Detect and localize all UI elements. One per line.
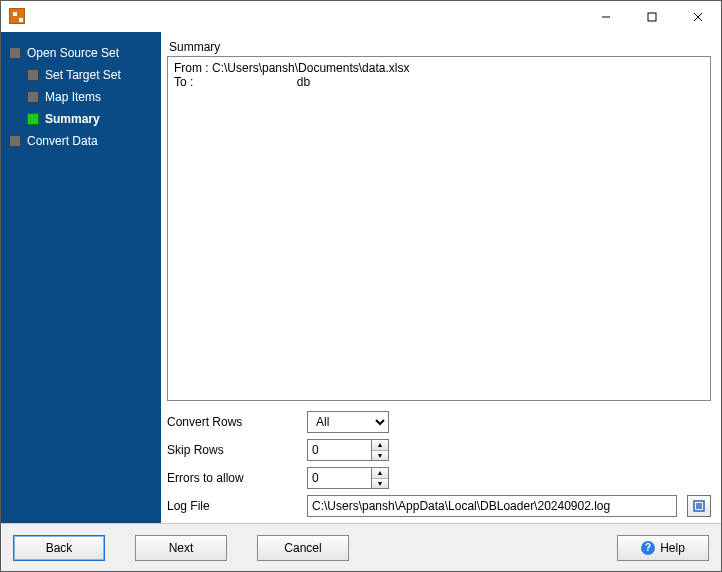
- wizard-sidebar: Open Source Set Set Target Set: [1, 32, 161, 523]
- minimize-icon: [601, 12, 611, 22]
- body: Open Source Set Set Target Set: [1, 32, 721, 523]
- application-window: Open Source Set Set Target Set: [0, 0, 722, 572]
- sidebar-item-label: Summary: [45, 112, 100, 126]
- skip-rows-input[interactable]: [307, 439, 371, 461]
- wizard-footer: Back Next Cancel ? Help: [1, 523, 721, 571]
- logfile-label: Log File: [167, 499, 297, 513]
- convert-rows-select[interactable]: All: [307, 411, 389, 433]
- options-form: Convert Rows All Skip Rows ▲ ▼: [167, 411, 711, 517]
- section-title: Summary: [169, 40, 709, 54]
- button-label: Back: [46, 541, 73, 555]
- step-bullet-icon: [27, 91, 39, 103]
- svg-rect-1: [648, 13, 656, 21]
- summary-textarea[interactable]: From : C:\Users\pansh\Documents\data.xls…: [167, 56, 711, 401]
- minimize-button[interactable]: [583, 1, 629, 32]
- button-label: Help: [660, 541, 685, 555]
- back-button[interactable]: Back: [13, 535, 105, 561]
- close-icon: [693, 12, 703, 22]
- sidebar-item-summary[interactable]: Summary: [27, 108, 157, 130]
- app-icon: [9, 8, 25, 24]
- button-label: Next: [169, 541, 194, 555]
- spin-down-icon[interactable]: ▼: [372, 451, 388, 461]
- spin-up-icon[interactable]: ▲: [372, 468, 388, 479]
- errors-spinner[interactable]: ▲ ▼: [307, 467, 389, 489]
- browse-icon: [692, 499, 706, 513]
- step-bullet-icon: [9, 135, 21, 147]
- errors-input[interactable]: [307, 467, 371, 489]
- step-bullet-icon: [9, 47, 21, 59]
- main-panel: Summary From : C:\Users\pansh\Documents\…: [161, 32, 721, 523]
- step-bullet-icon: [27, 69, 39, 81]
- spin-down-icon[interactable]: ▼: [372, 479, 388, 489]
- spin-up-icon[interactable]: ▲: [372, 440, 388, 451]
- errors-label: Errors to allow: [167, 471, 297, 485]
- titlebar: [1, 1, 721, 32]
- sidebar-item-convert-data[interactable]: Convert Data: [9, 130, 157, 152]
- step-bullet-icon-active: [27, 113, 39, 125]
- sidebar-item-label: Open Source Set: [27, 46, 119, 60]
- maximize-icon: [647, 12, 657, 22]
- sidebar-item-open-source-set[interactable]: Open Source Set: [9, 42, 157, 64]
- button-label: Cancel: [284, 541, 321, 555]
- maximize-button[interactable]: [629, 1, 675, 32]
- convert-rows-label: Convert Rows: [167, 415, 297, 429]
- sidebar-item-label: Convert Data: [27, 134, 98, 148]
- sidebar-item-label: Map Items: [45, 90, 101, 104]
- sidebar-item-label: Set Target Set: [45, 68, 121, 82]
- skip-rows-spinner[interactable]: ▲ ▼: [307, 439, 389, 461]
- window-controls: [583, 1, 721, 31]
- logfile-browse-button[interactable]: [687, 495, 711, 517]
- cancel-button[interactable]: Cancel: [257, 535, 349, 561]
- close-button[interactable]: [675, 1, 721, 32]
- help-button[interactable]: ? Help: [617, 535, 709, 561]
- sidebar-item-set-target-set[interactable]: Set Target Set: [27, 64, 157, 86]
- logfile-input[interactable]: [307, 495, 677, 517]
- next-button[interactable]: Next: [135, 535, 227, 561]
- summary-line-from: From : C:\Users\pansh\Documents\data.xls…: [174, 61, 704, 75]
- help-icon: ?: [641, 541, 655, 555]
- sidebar-item-map-items[interactable]: Map Items: [27, 86, 157, 108]
- skip-rows-label: Skip Rows: [167, 443, 297, 457]
- summary-line-to: To : db: [174, 75, 704, 89]
